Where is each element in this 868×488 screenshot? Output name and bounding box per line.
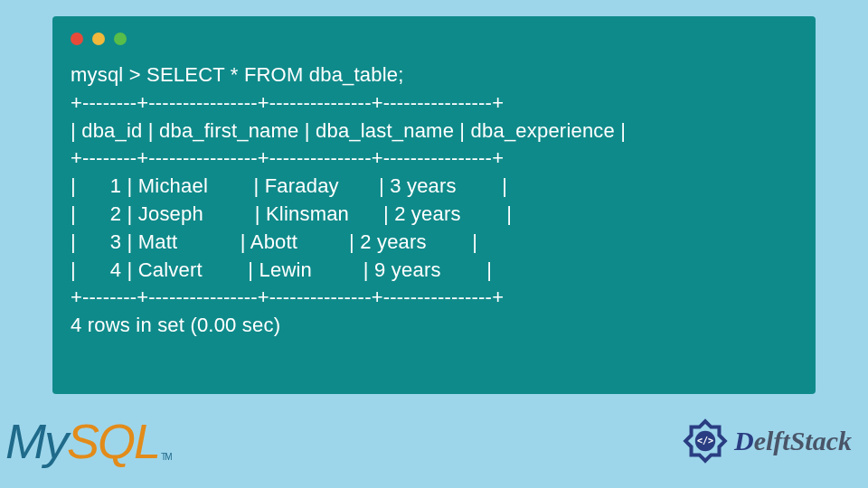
status-line: 4 rows in set (0.00 sec)	[71, 314, 280, 336]
footer: MySQLTM </> DelftStack	[5, 410, 852, 472]
delftstack-text: DelftStack	[734, 426, 852, 456]
mysql-logo-my: My	[5, 413, 67, 469]
delftstack-logo: </> DelftStack	[680, 416, 852, 466]
table-border: +--------+----------------+-------------…	[71, 91, 504, 114]
minimize-icon	[92, 33, 105, 45]
terminal-window: mysql > SELECT * FROM dba_table; +------…	[52, 16, 816, 394]
sql-prompt: mysql > SELECT * FROM dba_table;	[71, 63, 404, 86]
delftstack-d: D	[734, 426, 754, 455]
window-controls	[71, 33, 797, 45]
mysql-logo: MySQLTM	[5, 413, 171, 469]
svg-text:</>: </>	[697, 436, 713, 446]
mysql-logo-tm: TM	[161, 452, 170, 469]
table-row: | 2 | Joseph | Klinsman | 2 years |	[71, 202, 512, 225]
delftstack-icon: </>	[680, 416, 731, 466]
table-row: | 1 | Michael | Faraday | 3 years |	[71, 174, 507, 197]
table-row: | 3 | Matt | Abott | 2 years |	[71, 230, 477, 253]
table-header: | dba_id | dba_first_name | dba_last_nam…	[71, 119, 626, 142]
table-border: +--------+----------------+-------------…	[71, 286, 504, 308]
mysql-logo-sql: SQL	[67, 413, 159, 469]
terminal-output: mysql > SELECT * FROM dba_table; +------…	[71, 61, 797, 340]
table-row: | 4 | Calvert | Lewin | 9 years |	[71, 258, 492, 281]
table-border: +--------+----------------+-------------…	[71, 146, 504, 169]
delftstack-rest: elftStack	[754, 426, 852, 455]
close-icon	[71, 33, 83, 45]
maximize-icon	[114, 33, 127, 45]
